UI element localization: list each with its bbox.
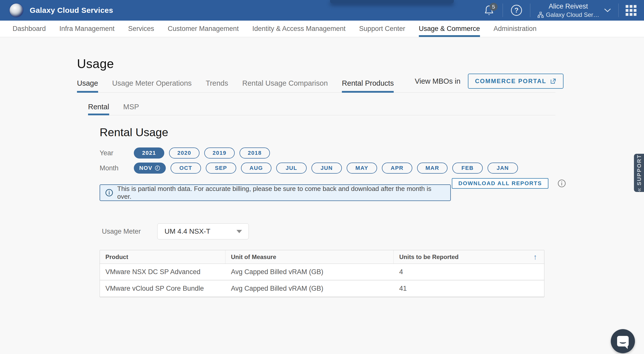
help-icon: ? — [511, 5, 522, 16]
app-header: Galaxy Cloud Services 5 ? — [0, 0, 644, 21]
page-title: Usage — [77, 57, 114, 71]
month-pill-oct[interactable]: OCT — [171, 163, 201, 174]
month-label: Month — [100, 164, 134, 172]
table-row: VMware NSX DC SP Advanced Avg Capped Bil… — [100, 264, 544, 280]
year-pill-2020[interactable]: 2020 — [169, 147, 199, 159]
collapse-double-chevron-icon: « — [635, 188, 643, 191]
nav-item-services[interactable]: Services — [128, 21, 154, 37]
year-pill-2018[interactable]: 2018 — [239, 147, 270, 159]
alert-text: This is partial month data. For accurate… — [117, 185, 445, 200]
info-icon[interactable] — [557, 179, 566, 188]
column-header-product[interactable]: Product — [100, 250, 225, 264]
tab-usage-meter-operations[interactable]: Usage Meter Operations — [112, 79, 192, 92]
table-header: Product Unit of Measure Units to be Repo… — [100, 250, 544, 264]
rental-msp-tabstrip: Rental MSP — [88, 102, 555, 115]
cell-unit-of-measure: Avg Capped Billed vRAM (GB) — [225, 264, 394, 280]
support-tab-label: SUPPORT — [636, 154, 642, 185]
column-header-units-to-be-reported[interactable]: Units to be Reported ↑ — [394, 250, 544, 264]
nav-item-dashboard[interactable]: Dashboard — [13, 21, 46, 37]
usage-meter-select[interactable]: UM 4.4 NSX-T — [157, 223, 249, 239]
month-pill-sep[interactable]: SEP — [206, 163, 236, 174]
usage-meter-label: Usage Meter — [102, 228, 157, 235]
year-filter-row: Year 2021 2020 2019 2018 — [100, 147, 270, 159]
year-label: Year — [100, 149, 134, 157]
sort-ascending-icon[interactable]: ↑ — [533, 253, 537, 261]
nav-item-administration[interactable]: Administration — [494, 21, 537, 37]
nav-item-identity-access-management[interactable]: Identity & Access Management — [252, 21, 346, 37]
rental-usage-table: Product Unit of Measure Units to be Repo… — [100, 250, 544, 297]
header-divider — [530, 4, 530, 17]
dropdown-caret-icon — [236, 230, 242, 233]
primary-nav: Dashboard Infra Management Services Cust… — [0, 21, 644, 37]
usage-meter-row: Usage Meter UM 4.4 NSX-T — [102, 223, 249, 239]
app-title: Galaxy Cloud Services — [30, 6, 113, 15]
month-pill-feb[interactable]: FEB — [452, 163, 483, 174]
column-header-unit-of-measure[interactable]: Unit of Measure — [225, 250, 394, 264]
subtab-rental[interactable]: Rental — [88, 103, 109, 115]
notifications-button[interactable]: 5 — [482, 4, 496, 17]
partial-month-alert: This is partial month data. For accurate… — [100, 184, 451, 201]
nav-item-infra-management[interactable]: Infra Management — [59, 21, 114, 37]
user-menu[interactable]: Alice Reivest Galaxy Cloud Ser… — [537, 3, 611, 18]
usage-meter-value: UM 4.4 NSX-T — [165, 227, 210, 235]
chat-button[interactable] — [611, 329, 635, 353]
external-link-icon — [550, 78, 556, 84]
month-filter-row: Month NOV OCT SEP AUG JUL JUN MAY — [100, 163, 518, 174]
tab-trends[interactable]: Trends — [206, 79, 228, 92]
cell-product: VMware NSX DC SP Advanced — [100, 264, 225, 280]
rental-usage-heading: Rental Usage — [100, 126, 168, 139]
month-pill-jun[interactable]: JUN — [311, 163, 342, 174]
user-name: Alice Reivest — [549, 3, 588, 10]
month-pill-aug[interactable]: AUG — [241, 163, 271, 174]
header-divider — [618, 4, 619, 17]
nav-item-customer-management[interactable]: Customer Management — [168, 21, 239, 37]
download-all-reports-button[interactable]: DOWNLOAD ALL REPORTS — [452, 178, 548, 189]
app-switcher-button[interactable] — [626, 5, 636, 16]
tab-rental-products[interactable]: Rental Products — [342, 79, 394, 92]
month-pill-jan[interactable]: JAN — [488, 163, 518, 174]
nav-item-support-center[interactable]: Support Center — [359, 21, 405, 37]
notification-count-badge: 5 — [490, 3, 498, 11]
month-pill-nov[interactable]: NOV — [134, 163, 166, 174]
tab-rental-usage-comparison[interactable]: Rental Usage Comparison — [242, 79, 328, 92]
year-pill-2021[interactable]: 2021 — [134, 147, 164, 159]
help-glyph: ? — [514, 7, 519, 14]
month-pill-mar[interactable]: MAR — [417, 163, 448, 174]
table-row: VMware vCloud SP Core Bundle Avg Capped … — [100, 280, 544, 297]
tab-usage[interactable]: Usage — [77, 79, 98, 92]
chat-bubble-icon — [617, 336, 629, 346]
cell-units-to-be-reported: 4 — [394, 264, 544, 280]
user-org-name: Galaxy Cloud Ser… — [546, 11, 599, 18]
chevron-down-icon — [604, 8, 611, 13]
org-chart-icon — [537, 12, 544, 18]
cell-units-to-be-reported: 41 — [394, 280, 544, 297]
main-content: Usage Usage Usage Meter Operations Trend… — [0, 37, 644, 354]
app-logo-icon — [10, 4, 23, 17]
help-button[interactable]: ? — [510, 4, 523, 17]
header-divider — [503, 4, 503, 17]
cell-unit-of-measure: Avg Capped Billed vRAM (GB) — [225, 280, 394, 297]
screen: Galaxy Cloud Services 5 ? — [0, 0, 644, 354]
usage-tabstrip: Usage Usage Meter Operations Trends Rent… — [77, 77, 555, 93]
window-shadow-artifact — [330, 0, 454, 3]
support-side-tab[interactable]: « SUPPORT — [634, 154, 644, 192]
alert-info-icon — [105, 189, 113, 197]
view-mbos-label: View MBOs in — [415, 77, 461, 85]
subtab-msp[interactable]: MSP — [123, 103, 139, 115]
clock-icon — [154, 165, 160, 171]
month-pill-may[interactable]: MAY — [347, 163, 377, 174]
year-pill-2019[interactable]: 2019 — [204, 147, 235, 159]
commerce-portal-button[interactable]: COMMERCE PORTAL — [468, 74, 564, 89]
cell-product: VMware vCloud SP Core Bundle — [100, 280, 225, 297]
commerce-portal-label: COMMERCE PORTAL — [475, 78, 546, 85]
download-row: DOWNLOAD ALL REPORTS — [452, 178, 566, 189]
month-pill-jul[interactable]: JUL — [276, 163, 307, 174]
nav-item-usage-commerce[interactable]: Usage & Commerce — [419, 21, 480, 37]
month-pill-apr[interactable]: APR — [382, 163, 412, 174]
